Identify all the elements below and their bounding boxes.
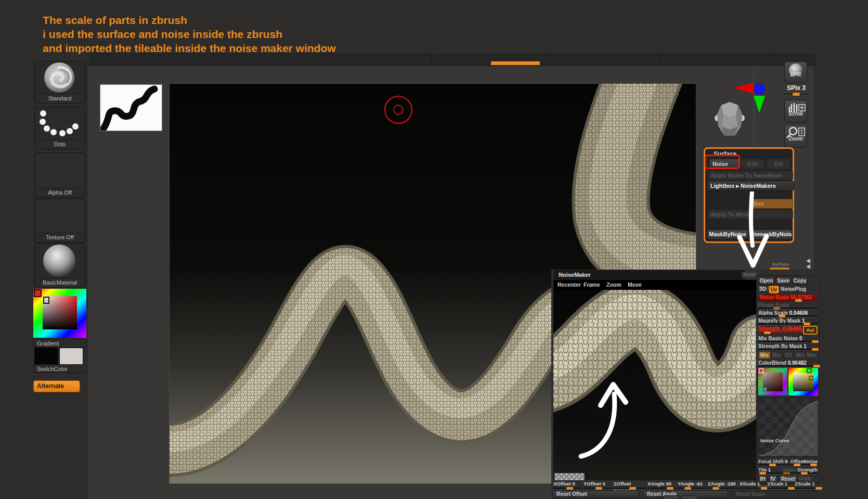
- annotation-text: The scale of parts in zbrush i used the …: [43, 14, 336, 56]
- tab-segment[interactable]: [317, 54, 432, 67]
- tray-collapse-arrows-icon[interactable]: [805, 258, 811, 270]
- noise-scale-label: Noise Scale: [760, 295, 789, 300]
- zoom-tool-button[interactable]: Zoom: [784, 125, 807, 148]
- noisemaker-title[interactable]: NoiseMaker: [553, 270, 745, 280]
- alpha-tile-thumbnail[interactable]: Alpha On/Off: [554, 473, 585, 480]
- color-picker-gradient[interactable]: [33, 289, 86, 340]
- noise-handle[interactable]: [810, 464, 817, 466]
- alpha-selector-off[interactable]: Alpha Off: [34, 152, 85, 198]
- alternate-button[interactable]: Alternate: [33, 380, 80, 392]
- blend-max-button[interactable]: Max: [806, 351, 818, 359]
- zoffset-handle[interactable]: [629, 487, 636, 490]
- zscale-handle[interactable]: [815, 487, 822, 490]
- gradient-label: Gradient: [33, 339, 86, 348]
- colorblend-slider[interactable]: ColorBlend 0.90482: [758, 360, 818, 367]
- mode-uv-button[interactable]: Uv: [769, 286, 779, 293]
- tab-segment[interactable]: [203, 54, 317, 67]
- yscale-handle[interactable]: [788, 487, 795, 490]
- strength-tile-handle[interactable]: [801, 472, 808, 475]
- alpha-off-thumbnail: [35, 153, 85, 188]
- material-label: BasicMaterial: [35, 278, 85, 287]
- xangle-slider[interactable]: XAngle 90: [647, 481, 676, 489]
- menu-move[interactable]: Move: [628, 282, 642, 288]
- tile-handle[interactable]: [759, 472, 766, 475]
- menu-zoom[interactable]: Zoom: [606, 282, 621, 288]
- yscale-slider[interactable]: YScale 1: [767, 481, 793, 489]
- noise-scale-slider[interactable]: Noise Scale 56.57361: [758, 295, 818, 301]
- xscale-slider[interactable]: XScale 1: [740, 481, 766, 489]
- mode-3d-button[interactable]: 3D: [758, 286, 767, 292]
- arrow-up-annotation: [566, 364, 634, 460]
- xoffset-handle[interactable]: [566, 487, 573, 490]
- copy-button[interactable]: Copy: [793, 277, 808, 285]
- xangle-handle[interactable]: [667, 487, 673, 490]
- zoffset-slider[interactable]: ZOffset -0.0144: [614, 481, 646, 489]
- plugin-scale-handle[interactable]: [773, 307, 780, 310]
- focal-shift-handle[interactable]: [769, 464, 776, 466]
- blend-mix-button[interactable]: Mix: [758, 351, 771, 359]
- strength-by-mask-slider[interactable]: Strength By Mask 1: [758, 343, 818, 350]
- apply-noise-nanomesh-button[interactable]: Apply Noise To NanoMesh: [708, 171, 793, 180]
- noise-color-picker-b[interactable]: [788, 368, 818, 395]
- save-button[interactable]: Save: [776, 277, 791, 285]
- yoffset-slider[interactable]: YOffset 0: [584, 481, 612, 489]
- alpha-scale-handle[interactable]: [779, 315, 785, 317]
- edit-button[interactable]: Edit: [742, 159, 765, 169]
- active-tab-indicator: [491, 61, 540, 65]
- tab-segment[interactable]: [660, 54, 775, 67]
- open-button[interactable]: Open: [758, 277, 774, 285]
- mix-basic-handle[interactable]: [812, 340, 819, 343]
- alpha-scale-slider[interactable]: Alpha Scale 0.04606: [758, 310, 818, 317]
- zscale-slider[interactable]: ZScale 1: [795, 481, 821, 489]
- strength-slider[interactable]: Strength -0.06465 Rel: [758, 326, 818, 335]
- switchcolor-label[interactable]: SwitchColor: [33, 364, 86, 373]
- scroll-tool-button[interactable]: Scroll: [784, 100, 807, 123]
- mix-basic-noise-slider[interactable]: Mix Basic Noise 0: [758, 336, 818, 342]
- yangle-handle[interactable]: [684, 487, 691, 490]
- material-selector[interactable]: BasicMaterial: [34, 243, 85, 288]
- basic-material-thumbnail: [35, 244, 85, 278]
- colorblend-handle[interactable]: [813, 365, 820, 367]
- stroke-label: Dots: [35, 140, 85, 149]
- dialog-button-stub[interactable]: [682, 495, 698, 499]
- strength-mask-handle[interactable]: [812, 348, 819, 351]
- polymesh-head-preview[interactable]: [715, 101, 745, 138]
- stroke-selector-dots[interactable]: Dots: [34, 107, 85, 149]
- noise-curve-editor[interactable]: Noise Curve: [758, 398, 818, 457]
- lightbox-noisemakers-button[interactable]: Lightbox ▸ NoiseMakers: [707, 181, 794, 191]
- tab-segment[interactable]: [546, 54, 660, 67]
- yoffset-handle[interactable]: [595, 487, 602, 490]
- noise-scale-handle[interactable]: [795, 299, 802, 302]
- del-button[interactable]: Del: [767, 159, 791, 169]
- noisemaker-preview[interactable]: Alpha On/Off: [553, 290, 756, 480]
- zangle-handle[interactable]: [712, 487, 719, 490]
- brush-selector-standard[interactable]: Standard: [34, 61, 85, 104]
- top-tab-strip[interactable]: [88, 54, 814, 67]
- steps-handle[interactable]: [783, 472, 790, 475]
- annotation-line-1: The scale of parts in zbrush: [43, 14, 336, 28]
- zangle-slider[interactable]: ZAngle -180: [708, 481, 738, 489]
- offset-handle[interactable]: [794, 464, 800, 466]
- blend-mul-button[interactable]: Mul: [771, 351, 783, 359]
- bpr-render-button[interactable]: BPR: [784, 61, 807, 83]
- magnify-handle[interactable]: [804, 323, 810, 325]
- strength-handle[interactable]: [764, 331, 771, 334]
- yangle-slider[interactable]: YAngle -61: [678, 481, 706, 489]
- blend-min-button[interactable]: Min: [795, 351, 806, 359]
- menu-recenter[interactable]: Recenter: [558, 282, 581, 288]
- reset-scale-button[interactable]: Reset Scale: [732, 490, 818, 498]
- plugin-scale-slider[interactable]: Plugin Scale: [758, 302, 818, 309]
- magnify-by-mask-slider[interactable]: Magnify By Mask 1: [758, 318, 818, 325]
- tab-segment[interactable]: [88, 54, 203, 67]
- dialog-button-stub[interactable]: [664, 495, 680, 499]
- noise-color-picker-a[interactable]: [758, 368, 787, 395]
- blend-dif-button[interactable]: Dif: [783, 351, 794, 359]
- transform-slider-strip: XOffset 0 YOffset 0 ZOffset -0.0144 XAng…: [553, 481, 821, 490]
- noiseplug-button[interactable]: NoisePlug: [781, 286, 807, 292]
- reset-offset-button[interactable]: Reset Offset: [552, 490, 639, 498]
- menu-frame[interactable]: Frame: [584, 282, 600, 288]
- xoffset-slider[interactable]: XOffset 0: [553, 481, 582, 489]
- texture-selector-off[interactable]: Texture Off: [34, 199, 85, 242]
- spix-slider-handle[interactable]: [793, 93, 800, 96]
- rel-button[interactable]: Rel: [803, 326, 818, 335]
